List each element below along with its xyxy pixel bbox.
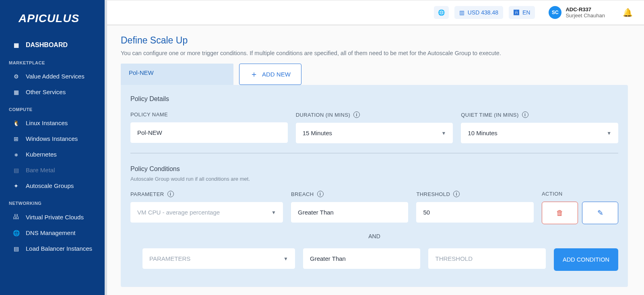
sidebar-item-linux[interactable]: 🐧 Linux Instances [0, 115, 105, 131]
vas-icon: ⚙ [12, 73, 20, 80]
chevron-down-icon: ▼ [441, 130, 446, 136]
action-label: ACTION [542, 191, 618, 197]
loadbalancer-icon: ▤ [12, 245, 20, 252]
policy-details-heading: Policy Details [130, 95, 618, 103]
policy-conditions-heading: Policy Conditions [130, 165, 618, 173]
sidebar: APICULUS ▦ DASHBOARD MARKETPLACE ⚙ Value… [0, 0, 105, 295]
policy-panel: Policy Details POLICY NAME Pol-NEW DURAT… [121, 85, 628, 287]
sidebar-item-label: Load Balancer Instances [26, 245, 92, 252]
delete-condition-button[interactable]: 🗑 [542, 202, 578, 224]
info-icon[interactable]: i [522, 111, 528, 118]
chevron-down-icon: ▼ [271, 210, 276, 215]
quiet-time-label: QUIET TIME (IN MINS) i [461, 111, 618, 118]
account-id: ADC-R337 [566, 6, 605, 12]
quiet-time-value: 10 Minutes [468, 130, 497, 136]
policy-tab[interactable]: Pol-NEW [121, 64, 233, 85]
chevron-down-icon: ▼ [283, 256, 288, 262]
page-title: Define Scale Up [121, 35, 628, 46]
sidebar-item-label: DASHBOARD [26, 41, 68, 49]
add-new-button[interactable]: ＋ ADD NEW [239, 64, 301, 85]
wallet-icon: ▥ [459, 9, 464, 16]
policy-conditions-note: Autoscale Group would run if all conditi… [130, 176, 618, 182]
user-menu[interactable]: SC ADC-R337 Surjeet Chauhan [549, 6, 605, 19]
sidebar-item-lb[interactable]: ▤ Load Balancer Instances [0, 241, 105, 256]
sidebar-item-label: Virtual Private Clouds [26, 214, 84, 221]
breach-value-new: Greater Than [303, 248, 421, 269]
sidebar-item-label: Linux Instances [26, 120, 68, 126]
sidebar-item-autoscale[interactable]: ✦ Autoscale Groups [0, 178, 105, 194]
add-condition-button[interactable]: ADD CONDITION [554, 248, 618, 271]
policy-name-label: POLICY NAME [130, 111, 288, 118]
sidebar-section-marketplace: MARKETPLACE [0, 53, 105, 68]
threshold-input-new[interactable]: THRESHOLD [428, 248, 546, 269]
sidebar-item-label: Bare Metal [26, 167, 55, 173]
plus-icon: ＋ [250, 69, 258, 80]
network-icon: 品 [12, 213, 20, 221]
autoscale-icon: ✦ [12, 183, 20, 189]
chevron-down-icon: ▼ [607, 130, 611, 136]
pencil-icon: ✎ [597, 208, 603, 217]
duration-value: 15 Minutes [303, 130, 332, 136]
sidebar-item-label: Windows Instances [26, 135, 78, 142]
notifications-button[interactable]: 🔔 [623, 8, 633, 17]
dashboard-icon: ▦ [12, 42, 20, 48]
trash-icon: 🗑 [556, 209, 564, 217]
policy-name-input[interactable]: Pol-NEW [130, 122, 288, 143]
sidebar-item-label: Other Services [26, 89, 66, 95]
kubernetes-icon: ⎈ [12, 151, 20, 158]
grid-icon: ▦ [12, 89, 20, 95]
sidebar-item-kubernetes[interactable]: ⎈ Kubernetes [0, 146, 105, 162]
sidebar-item-label: DNS Management [26, 229, 75, 236]
sidebar-item-dns[interactable]: 🌐 DNS Management [0, 225, 105, 241]
breach-label: BREACH i [291, 191, 409, 197]
sidebar-section-networking: NETWORKING [0, 194, 105, 209]
parameter-placeholder: PARAMETERS [149, 255, 283, 262]
add-new-label: ADD NEW [262, 71, 291, 78]
sidebar-item-label: Value Added Services [26, 73, 85, 80]
edit-condition-button[interactable]: ✎ [582, 202, 618, 224]
translate-icon: 🅰 [514, 9, 519, 16]
sidebar-item-baremetal[interactable]: ▤ Bare Metal [0, 162, 105, 178]
sidebar-item-windows[interactable]: ⊞ Windows Instances [0, 131, 105, 146]
server-icon: ▤ [12, 167, 20, 173]
sidebar-item-dashboard[interactable]: ▦ DASHBOARD [0, 37, 105, 53]
globe-button[interactable]: 🌐 [434, 6, 449, 19]
parameter-select-new[interactable]: PARAMETERS ▼ [142, 248, 295, 269]
avatar: SC [549, 6, 561, 19]
sidebar-item-other[interactable]: ▦ Other Services [0, 84, 105, 100]
threshold-value: 50 [416, 202, 534, 223]
divider [130, 153, 618, 153]
brand-logo: APICULUS [0, 8, 105, 37]
globe-icon: 🌐 [12, 230, 20, 236]
windows-icon: ⊞ [12, 136, 20, 142]
page-subtitle: You can configure one or more trigger co… [121, 50, 628, 56]
quiet-time-select[interactable]: 10 Minutes ▼ [461, 123, 618, 143]
sidebar-item-vas[interactable]: ⚙ Value Added Services [0, 68, 105, 84]
main-area: 🌐 ▥ USD 438.48 🅰 EN SC ADC-R337 Surjeet … [105, 0, 644, 295]
parameter-select[interactable]: VM CPU - average percentage ▼ [130, 202, 283, 223]
balance-value: USD 438.48 [468, 9, 498, 16]
topbar: 🌐 ▥ USD 438.48 🅰 EN SC ADC-R337 Surjeet … [105, 0, 644, 25]
balance-chip[interactable]: ▥ USD 438.48 [454, 6, 503, 19]
language-value: EN [522, 9, 530, 16]
user-name: Surjeet Chauhan [566, 12, 605, 19]
duration-select[interactable]: 15 Minutes ▼ [296, 123, 453, 143]
threshold-label: THRESHOLD i [416, 191, 534, 197]
sidebar-item-label: Autoscale Groups [26, 182, 74, 189]
policy-tabs: Pol-NEW ＋ ADD NEW [121, 64, 628, 85]
content: Define Scale Up You can configure one or… [105, 25, 644, 295]
info-icon[interactable]: i [167, 191, 174, 197]
and-divider: AND [130, 233, 618, 239]
sidebar-item-vpc[interactable]: 品 Virtual Private Clouds [0, 209, 105, 225]
breach-value: Greater Than [291, 202, 409, 223]
sidebar-section-compute: COMPUTE [0, 100, 105, 115]
info-icon[interactable]: i [317, 191, 324, 197]
info-icon[interactable]: i [353, 111, 360, 118]
parameter-label: PARAMETER i [130, 191, 283, 197]
sidebar-item-label: Kubernetes [26, 151, 57, 158]
info-icon[interactable]: i [453, 191, 460, 197]
language-chip[interactable]: 🅰 EN [509, 6, 535, 19]
duration-label: DURATION (IN MINS) i [296, 111, 453, 118]
parameter-value: VM CPU - average percentage [137, 209, 220, 216]
globe-icon: 🌐 [438, 9, 445, 16]
